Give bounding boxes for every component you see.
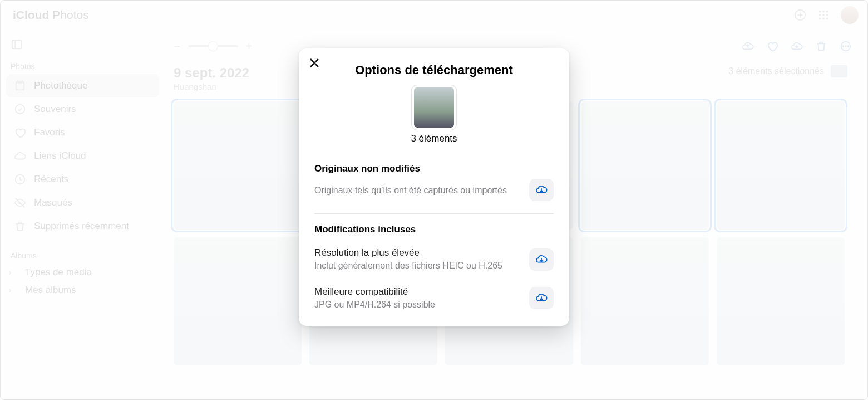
- dialog-title: Options de téléchargement: [314, 63, 554, 77]
- option-most-compatible: Meilleure compatibilité JPG ou MP4/H.264…: [314, 286, 554, 311]
- option-title: Meilleure compatibilité: [314, 286, 524, 297]
- download-highres-button[interactable]: [529, 248, 554, 271]
- option-unmodified-originals: Originaux tels qu’ils ont été capturés o…: [314, 179, 554, 201]
- download-unmodified-button[interactable]: [529, 179, 554, 201]
- section-edits-title: Modifications incluses: [314, 224, 554, 235]
- option-desc: JPG ou MP4/H.264 si possible: [314, 299, 524, 311]
- close-button[interactable]: [308, 56, 321, 70]
- modal-overlay[interactable]: Options de téléchargement 3 éléments Ori…: [1, 1, 867, 399]
- download-compatible-button[interactable]: [529, 287, 554, 309]
- selection-preview-thumb: [414, 87, 454, 128]
- option-desc: Originaux tels qu’ils ont été capturés o…: [314, 184, 524, 197]
- download-options-dialog: Options de téléchargement 3 éléments Ori…: [299, 48, 569, 326]
- divider: [314, 213, 554, 214]
- selection-count: 3 éléments: [411, 133, 457, 144]
- option-title: Résolution la plus élevée: [314, 247, 524, 258]
- option-highest-resolution: Résolution la plus élevée Inclut général…: [314, 247, 554, 272]
- section-unmodified-title: Originaux non modifiés: [314, 163, 554, 174]
- option-desc: Inclut généralement des fichiers HEIC ou…: [314, 260, 524, 272]
